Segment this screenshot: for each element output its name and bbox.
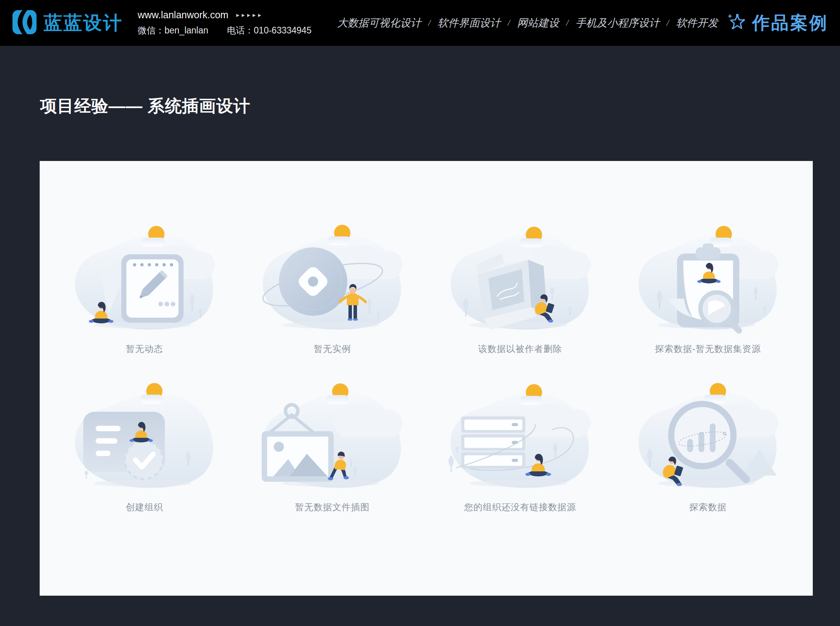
nav-item-1[interactable]: 软件界面设计 [438,16,500,30]
tile-caption: 暂无动态 [126,343,163,355]
nav-item-2[interactable]: 网站建设 [517,16,559,30]
notepad-pencil-illustration [63,219,226,336]
gallery-tile: 暂无实例 [251,219,414,355]
server-stack-illustration [439,378,602,494]
compass-disc-illustration [251,219,414,336]
gallery-tile: 该数据以被作者删除 [439,219,602,355]
picture-frame-illustration [251,378,414,494]
page-title: 项目经验—— 系统插画设计 [40,95,250,117]
wechat-label: 微信：ben_lanlan [138,24,208,37]
contact-block: www.lanlanwork.com ▸▸▸▸▸ 微信：ben_lanlan 电… [138,9,312,37]
gallery-tile: 探索数据-暂无数据集资源 [626,219,790,355]
top-bar: 蓝蓝设计 www.lanlanwork.com ▸▸▸▸▸ 微信：ben_lan… [0,0,840,46]
nav-item-3[interactable]: 手机及小程序设计 [576,16,660,30]
tile-caption: 探索数据 [690,501,727,513]
nav-separator: / [428,18,430,28]
gallery-tile: 创建组织 [63,378,226,513]
gallery-tile: 您的组织还没有链接数据源 [439,378,602,513]
empty-box-illustration [439,219,602,336]
tile-caption: 该数据以被作者删除 [478,343,562,355]
nav-separator: / [508,18,510,28]
gallery-grid: 暂无动态 暂无实例 该数据以被作者删除 [40,161,813,513]
tile-caption: 暂无实例 [314,343,351,355]
gallery-tile: 暂无数据文件插图 [251,378,414,513]
gallery-tile: 暂无动态 [63,219,226,355]
website-url[interactable]: www.lanlanwork.com [138,9,228,21]
portfolio-link[interactable]: 作品案例 [727,11,828,35]
tile-caption: 暂无数据文件插图 [295,501,370,513]
gallery-tile: 探索数据 [626,378,790,513]
arrows-decoration: ▸▸▸▸▸ [236,11,263,19]
logo[interactable]: 蓝蓝设计 [12,9,123,37]
tile-caption: 创建组织 [126,501,163,513]
lanlan-logo-icon [12,9,37,37]
illustration-card: 暂无动态 暂无实例 该数据以被作者删除 [40,161,813,596]
nav-item-0[interactable]: 大数据可视化设计 [337,16,421,30]
tile-caption: 您的组织还没有链接数据源 [464,501,576,513]
nav-separator: / [667,18,669,28]
chart-magnifier-illustration [626,378,790,494]
nav-separator: / [566,18,569,28]
vector-star-icon [727,12,747,33]
tile-caption: 探索数据-暂无数据集资源 [655,343,761,355]
phone-label: 电话：010-63334945 [227,24,312,37]
header-nav: 大数据可视化设计/软件界面设计/网站建设/手机及小程序设计/软件开发 [337,16,718,30]
brand-name: 蓝蓝设计 [44,10,123,35]
nav-item-4[interactable]: 软件开发 [676,16,718,30]
clipboard-search-illustration [626,219,790,336]
list-check-badge-illustration [63,378,226,494]
portfolio-label: 作品案例 [752,11,828,35]
